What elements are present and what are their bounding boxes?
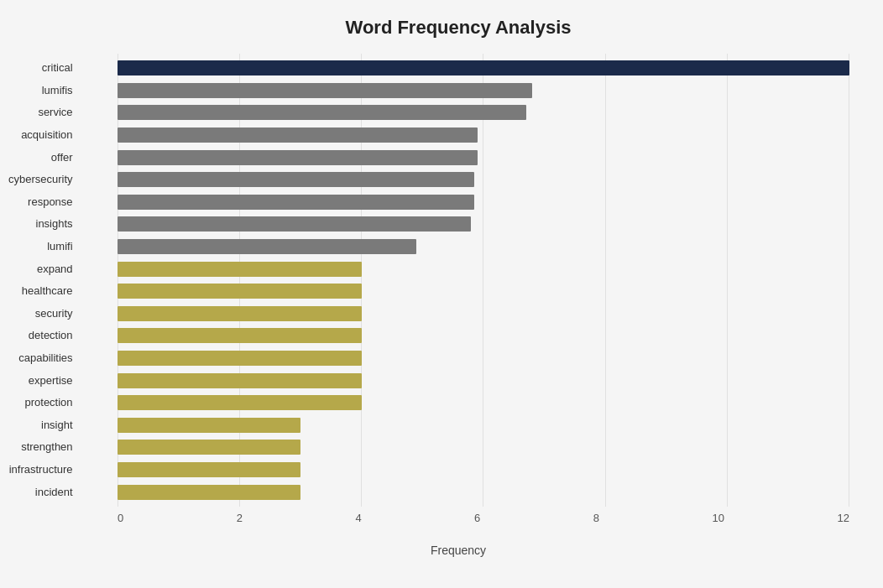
bar-row-infrastructure: [118, 461, 849, 479]
bar-row-lumifis: [118, 81, 849, 100]
bar-row-insights: [118, 215, 849, 233]
y-label-healthcare: healthcare: [8, 282, 73, 300]
x-axis: 024681012: [118, 507, 849, 540]
bars-wrapper: [118, 54, 849, 507]
bar-expertise: [118, 373, 362, 388]
y-label-capabilities: capabilities: [8, 349, 73, 367]
y-label-insights: insights: [8, 215, 73, 233]
y-label-response: response: [8, 193, 73, 211]
chart-container: Word Frequency Analysis criticallumifiss…: [0, 0, 883, 588]
y-label-service: service: [8, 103, 73, 122]
chart-area: criticallumifisserviceacquisitionoffercy…: [118, 54, 849, 540]
bar-row-lumifi: [118, 237, 849, 256]
bar-row-capabilities: [118, 349, 849, 367]
bar-security: [118, 306, 362, 321]
y-label-infrastructure: infrastructure: [8, 461, 73, 479]
x-tick-6: 6: [474, 512, 480, 524]
y-label-cybersecurity: cybersecurity: [8, 170, 73, 189]
bar-row-acquisition: [118, 126, 849, 144]
bar-row-security: [118, 304, 849, 323]
y-label-lumifis: lumifis: [8, 81, 73, 100]
bar-row-critical: [118, 59, 849, 77]
bar-offer: [118, 150, 478, 165]
bar-row-healthcare: [118, 282, 849, 300]
y-label-incident: incident: [8, 483, 73, 502]
bar-row-response: [118, 193, 849, 211]
bar-insight: [118, 418, 300, 433]
bar-detection: [118, 328, 362, 343]
bar-row-cybersecurity: [118, 170, 849, 189]
x-tick-8: 8: [593, 512, 599, 524]
bar-lumifis: [118, 83, 532, 98]
y-label-expertise: expertise: [8, 372, 73, 390]
bar-cybersecurity: [118, 172, 474, 187]
chart-title: Word Frequency Analysis: [67, 17, 849, 39]
x-tick-4: 4: [355, 512, 361, 524]
y-label-insight: insight: [8, 416, 73, 434]
bar-strengthen: [118, 440, 300, 455]
bar-service: [118, 105, 526, 120]
y-label-expand: expand: [8, 260, 73, 278]
bar-insights: [118, 216, 471, 232]
bar-row-expertise: [118, 372, 849, 390]
y-label-offer: offer: [8, 148, 73, 167]
x-tick-10: 10: [713, 512, 724, 524]
bar-healthcare: [118, 284, 362, 299]
y-label-protection: protection: [8, 393, 73, 412]
bar-row-expand: [118, 260, 849, 278]
bar-incident: [118, 485, 300, 500]
x-tick-2: 2: [237, 512, 243, 524]
y-label-security: security: [8, 304, 73, 323]
bar-row-detection: [118, 326, 849, 345]
y-label-detection: detection: [8, 326, 73, 345]
y-label-lumifi: lumifi: [8, 237, 73, 256]
bar-row-strengthen: [118, 438, 849, 456]
bar-row-insight: [118, 416, 849, 434]
x-tick-0: 0: [118, 512, 123, 524]
bar-capabilities: [118, 351, 362, 366]
bar-lumifi: [118, 239, 416, 254]
bar-expand: [118, 262, 362, 277]
y-label-strengthen: strengthen: [8, 438, 73, 456]
y-label-acquisition: acquisition: [8, 126, 73, 144]
bar-row-protection: [118, 393, 849, 412]
y-axis-labels: criticallumifisserviceacquisitionoffercy…: [8, 54, 73, 507]
bar-critical: [118, 60, 849, 75]
bar-protection: [118, 395, 362, 410]
bar-row-offer: [118, 148, 849, 167]
bar-row-service: [118, 103, 849, 122]
bar-acquisition: [118, 127, 478, 143]
bar-row-incident: [118, 483, 849, 502]
x-axis-label: Frequency: [67, 544, 849, 557]
y-label-critical: critical: [8, 59, 73, 77]
bar-infrastructure: [118, 462, 300, 477]
bar-response: [118, 195, 474, 210]
x-tick-12: 12: [837, 512, 849, 524]
